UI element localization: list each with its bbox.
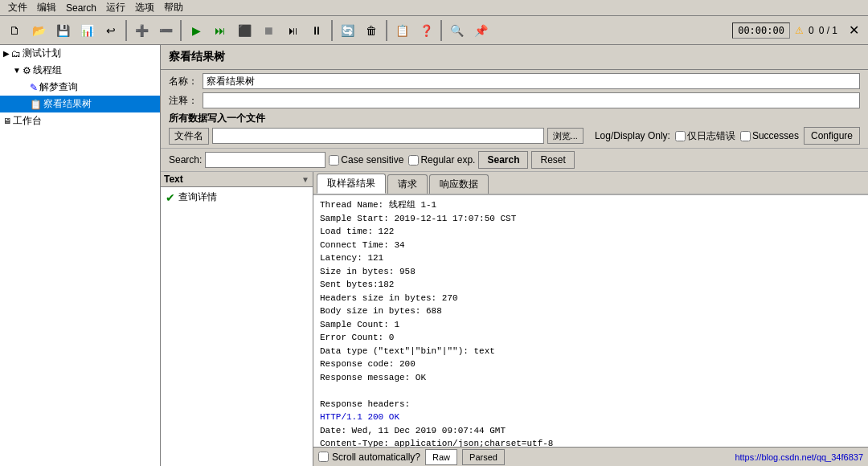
comment-input[interactable] [203,92,860,108]
toolbar-stop[interactable]: ⬛ [233,19,256,42]
tree-item-label-5: 工作台 [13,114,42,128]
toolbar-open[interactable]: 📂 [27,19,50,42]
raw-button[interactable]: Raw [425,449,457,465]
toolbar-close[interactable]: ✕ [842,19,865,42]
successes-label[interactable]: Successes [740,130,799,141]
log-errors-checkbox[interactable] [675,131,686,141]
main-layout: ▶ 🗂 测试计划 ▼ ⚙ 线程组 ✎ 解梦查询 📋 察看结果树 🖥 工作台 [0,45,868,466]
log-errors-label[interactable]: 仅日志错误 [675,129,735,143]
menu-edit[interactable]: 编辑 [32,0,61,16]
success-icon: ✔ [166,191,175,204]
toolbar-revert[interactable]: ↩ [100,19,122,42]
toolbar-collapse[interactable]: 📌 [469,19,492,42]
http-icon: ✎ [30,82,38,93]
toolbar-clear-all[interactable]: 🗑 [360,19,383,42]
file-label: 文件名 [169,128,209,145]
search-button[interactable]: Search [478,151,528,169]
parsed-button[interactable]: Parsed [462,449,505,465]
results-title: 察看结果树 [169,50,225,63]
tree-item-query[interactable]: ✎ 解梦查询 [0,79,160,96]
tree-item-workbench[interactable]: 🖥 工作台 [0,112,160,129]
detail-line-18: Content-Type: application/json;charset=u… [320,437,862,447]
toolbar-save[interactable]: 💾 [51,19,74,42]
toolbar-help[interactable]: ❓ [415,19,437,42]
separator-4 [386,20,387,41]
tree-item-thread-group[interactable]: ▼ ⚙ 线程组 [0,62,160,79]
tree-plan-icon: 🗂 [11,48,21,59]
comment-label: 注释： [169,94,198,108]
case-sensitive-text: Case sensitive [341,154,403,166]
regex-checkbox[interactable] [408,155,419,166]
toolbar-shutdown[interactable]: ⏹ [257,19,280,42]
detail-line-15: Response headers: [320,398,862,411]
detail-line-3: Connect Time: 34 [320,239,862,252]
detail-line-14 [320,384,862,398]
toolbar-clear[interactable]: 🔄 [336,19,358,42]
reset-button[interactable]: Reset [531,151,574,169]
list-item-label: 查询详情 [178,190,217,204]
thread-group-icon: ⚙ [23,65,31,76]
toolbar-right-area: 00:00:00 ⚠ 0 0 / 1 ✕ [732,19,865,42]
case-sensitive-checkbox[interactable] [329,155,339,166]
name-input[interactable] [203,73,860,89]
tree-item-test-plan[interactable]: ▶ 🗂 测试计划 [0,45,160,62]
detail-line-16: HTTP/1.1 200 OK [320,411,862,424]
text-column-title: Text [164,174,183,185]
successes-text: Successes [752,130,799,141]
menu-help[interactable]: 帮助 [159,0,188,16]
file-input[interactable] [212,128,544,144]
tab-response-data[interactable]: 响应数据 [429,174,489,194]
separator-1 [125,20,127,41]
toolbar-remote-stop[interactable]: ⏸ [305,19,328,42]
detail-line-6: Sent bytes:182 [320,278,862,292]
indent-spacer [23,82,28,93]
scroll-auto-checkbox[interactable] [318,452,329,462]
tab-sampler-result[interactable]: 取样器结果 [317,174,386,194]
list-item[interactable]: ✔ 查询详情 [162,189,311,206]
column-arrow: ▼ [301,175,309,184]
menu-options[interactable]: 选项 [130,0,159,16]
warning-icon: ⚠ [795,25,804,36]
right-content: 察看结果树 名称： 注释： 所有数据写入一个文件 文件名 浏览... Log/D… [161,45,868,466]
configure-button[interactable]: Configure [804,127,860,145]
toolbar-templates[interactable]: 📋 [391,19,413,42]
detail-line-2: Load time: 122 [320,225,862,239]
toolbar-new[interactable]: 🗋 [3,19,26,42]
url-link[interactable]: https://blog.csdn.net/qq_34f6837 [735,452,863,462]
successes-checkbox[interactable] [740,131,751,141]
browse-button[interactable]: 浏览... [547,128,583,144]
menu-run[interactable]: 运行 [101,0,130,16]
form-area: 名称： 注释： 所有数据写入一个文件 文件名 浏览... Log/Display… [161,70,868,149]
menu-bar: 文件 编辑 Search 运行 选项 帮助 [0,0,868,16]
section-title: 所有数据写入一个文件 [169,112,860,125]
toolbar-save-as[interactable]: 📊 [76,19,98,42]
results-area: Text ▼ ✔ 查询详情 取样器结果 请求 响应数据 [161,172,868,466]
tree-item-label-2: 线程组 [33,63,62,77]
tree-item-results[interactable]: 📋 察看结果树 [0,96,160,112]
toolbar-start-no-pause[interactable]: ⏭ [209,19,231,42]
log-options: Log/Display Only: 仅日志错误 Successes Config… [595,127,860,145]
tree-expand-icon: ▶ [3,49,10,58]
text-column-body: ✔ 查询详情 [161,187,313,466]
scroll-auto-label[interactable]: Scroll automatically? [318,452,420,463]
regex-label[interactable]: Regular exp. [408,154,475,166]
search-input[interactable] [205,152,326,168]
time-display: 00:00:00 [732,22,790,39]
text-column: Text ▼ ✔ 查询详情 [161,172,313,466]
detail-line-5: Size in bytes: 958 [320,265,862,279]
menu-search[interactable]: Search [61,1,101,15]
search-label: Search: [169,154,202,166]
tree-item-label: 测试计划 [23,47,61,60]
comment-row: 注释： [169,92,860,108]
menu-file[interactable]: 文件 [3,0,32,16]
separator-5 [440,20,442,41]
toolbar-remove[interactable]: ➖ [154,19,177,42]
tab-request[interactable]: 请求 [387,174,428,194]
toolbar-start[interactable]: ▶ [185,19,207,42]
toolbar-search[interactable]: 🔍 [445,19,468,42]
toolbar-add[interactable]: ➕ [130,19,153,42]
toolbar-remote-start[interactable]: ⏯ [281,19,304,42]
case-sensitive-label[interactable]: Case sensitive [329,154,403,166]
detail-line-13: Response message: OK [320,371,862,385]
detail-line-7: Headers size in bytes: 270 [320,292,862,305]
